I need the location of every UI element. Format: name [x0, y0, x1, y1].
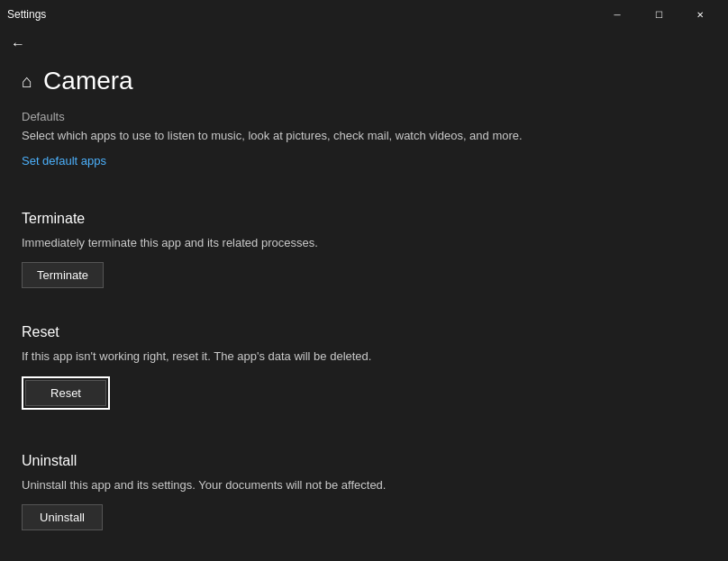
defaults-section: Defaults Select which apps to use to lis… [22, 110, 706, 189]
minimize-button[interactable]: ─ [596, 0, 638, 29]
terminate-heading: Terminate [22, 211, 706, 227]
title-bar-left: Settings [7, 8, 46, 21]
title-bar-controls: ─ ☐ ✕ [596, 0, 721, 29]
nav-back: ← [0, 29, 728, 59]
terminate-description: Immediately terminate this app and its r… [22, 234, 706, 252]
back-button[interactable]: ← [7, 32, 29, 56]
terminate-button[interactable]: Terminate [22, 262, 104, 288]
uninstall-button[interactable]: Uninstall [22, 504, 103, 530]
uninstall-description: Uninstall this app and its settings. You… [22, 476, 706, 494]
defaults-subtitle: Defaults [22, 110, 706, 123]
page-header: ⌂ Camera [0, 59, 728, 110]
reset-button[interactable]: Reset [25, 380, 106, 406]
close-button[interactable]: ✕ [679, 0, 721, 29]
maximize-button[interactable]: ☐ [638, 0, 679, 29]
uninstall-heading: Uninstall [22, 453, 706, 469]
title-bar: Settings ─ ☐ ✕ [0, 0, 728, 29]
page-title: Camera [43, 67, 133, 95]
defaults-description: Select which apps to use to listen to mu… [22, 127, 706, 145]
set-default-apps-link[interactable]: Set default apps [22, 154, 106, 167]
home-icon: ⌂ [22, 71, 32, 92]
reset-heading: Reset [22, 324, 706, 340]
main-content: Defaults Select which apps to use to lis… [0, 110, 728, 530]
uninstall-section: Uninstall Uninstall this app and its set… [22, 453, 706, 531]
reset-button-wrapper: Reset [22, 376, 110, 410]
reset-section: Reset If this app isn't working right, r… [22, 324, 706, 417]
reset-description: If this app isn't working right, reset i… [22, 348, 706, 366]
title-bar-title: Settings [7, 8, 46, 21]
terminate-section: Terminate Immediately terminate this app… [22, 211, 706, 289]
